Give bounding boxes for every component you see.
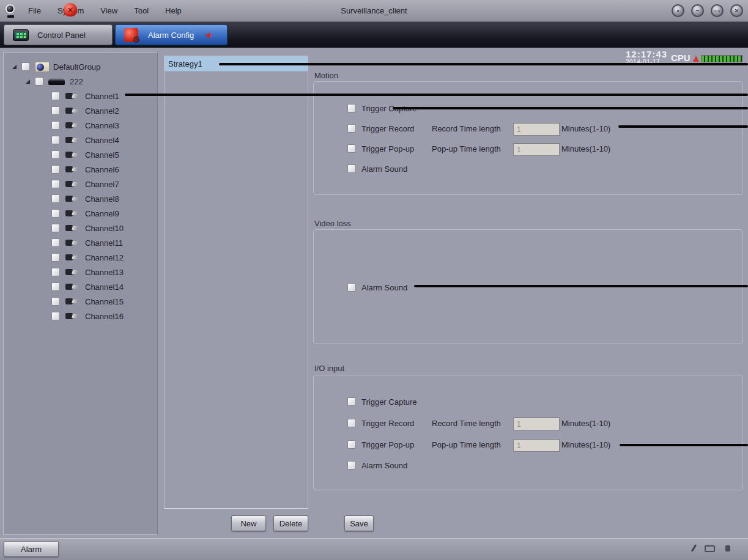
close-icon[interactable]: ✕ (730, 4, 743, 17)
channel-checkbox[interactable] (51, 136, 60, 144)
annotation-line-io-minutes (620, 444, 748, 446)
motion-popup-time-input[interactable] (513, 143, 560, 156)
channel-checkbox[interactable] (51, 224, 60, 232)
channel-checkbox[interactable] (51, 253, 60, 262)
video-loss-section-title: Video loss (314, 219, 351, 228)
device-label: 222 (70, 77, 83, 86)
io-record-time-input[interactable] (513, 418, 560, 430)
camera-icon (65, 239, 81, 246)
io-popup-time-input[interactable] (513, 439, 560, 452)
time-display: 12:17:43 (626, 49, 667, 59)
channel-label: Channel4 (85, 136, 119, 145)
channel-checkbox[interactable] (51, 238, 60, 247)
tree-channel-row[interactable]: Channel1 (51, 89, 119, 103)
channel-checkbox[interactable] (51, 121, 60, 130)
group-icon (35, 62, 50, 72)
control-panel-icon (13, 29, 29, 41)
channel-checkbox[interactable] (51, 180, 60, 188)
channel-label: Channel11 (85, 238, 123, 248)
channel-checkbox[interactable] (51, 194, 60, 203)
camera-icon (65, 195, 81, 202)
tree-group-row[interactable]: DefaultGroup (12, 59, 100, 74)
motion-trigger-popup-checkbox[interactable] (347, 144, 356, 153)
alarm-button[interactable]: Alarm (4, 541, 59, 557)
cpu-meter (693, 55, 742, 62)
tree-channel-row[interactable]: Channel7 (51, 177, 119, 191)
pin-window-icon[interactable]: ▪ (672, 4, 684, 17)
tree-channel-row[interactable]: Channel10 (51, 221, 124, 235)
channel-checkbox[interactable] (51, 150, 60, 159)
io-alarm-sound-label: Alarm Sound (361, 461, 407, 470)
tree-channel-row[interactable]: Channel16 (51, 309, 124, 323)
tree-channel-row[interactable]: Channel15 (51, 294, 124, 309)
channel-checkbox[interactable] (51, 282, 60, 291)
annotation-line-videoloss-alarm (414, 285, 748, 287)
alarm-icon: ✕ (64, 3, 77, 17)
channel-checkbox[interactable] (51, 106, 60, 115)
channel-checkbox[interactable] (51, 165, 60, 174)
new-button[interactable]: New (231, 515, 266, 531)
channel-label: Channel15 (85, 297, 124, 306)
io-trigger-capture-checkbox[interactable] (347, 397, 356, 406)
io-popup-minutes-hint: Minutes(1-10) (561, 440, 610, 449)
camera-icon (65, 298, 81, 305)
annotation-line-motion-minutes (618, 125, 748, 128)
save-button[interactable]: Save (344, 515, 374, 531)
channel-checkbox[interactable] (51, 297, 60, 306)
pin-icon[interactable] (725, 545, 730, 551)
tree-channel-row[interactable]: Channel6 (51, 162, 119, 177)
status-bar: Alarm (0, 538, 748, 560)
group-checkbox[interactable] (21, 62, 30, 71)
motion-trigger-record-checkbox[interactable] (347, 124, 356, 133)
menu-bar: File System View Tool Help Surveillance_… (0, 0, 748, 22)
motion-record-time-input[interactable] (513, 123, 560, 136)
tree-channel-row[interactable]: Channel13 (51, 265, 124, 279)
channel-checkbox[interactable] (51, 92, 60, 100)
monitor-icon[interactable] (705, 545, 715, 552)
tree-channel-row[interactable]: Channel2 (51, 103, 119, 118)
channel-label: Channel14 (85, 282, 124, 292)
expander-icon[interactable] (12, 65, 17, 69)
io-input-group-box: Trigger Capture Trigger Record Record Ti… (313, 375, 743, 490)
tree-channel-row[interactable]: Channel9 (51, 206, 119, 221)
motion-trigger-capture-checkbox[interactable] (347, 104, 356, 112)
tab-alarm-config-label: Alarm Config (148, 31, 194, 40)
channel-checkbox[interactable] (51, 312, 60, 320)
tree-channel-row[interactable]: Channel14 (51, 279, 124, 294)
tab-close-icon[interactable]: ◀ (205, 31, 210, 39)
device-icon (48, 78, 65, 85)
tree-channel-row[interactable]: Channel4 (51, 133, 119, 147)
window-title: Surveillance_client (0, 6, 748, 15)
channel-label: Channel1 (85, 92, 119, 101)
tree-channel-row[interactable]: Channel11 (51, 235, 123, 250)
device-tree-panel: DefaultGroup 222 Channel1Channel2Channel… (3, 52, 158, 535)
motion-trigger-record-label: Trigger Record (361, 124, 414, 133)
maximize-icon[interactable]: ▭ (711, 4, 724, 17)
device-checkbox[interactable] (35, 77, 43, 86)
tree-channel-row[interactable]: Channel5 (51, 147, 119, 162)
tree-channel-row[interactable]: Channel3 (51, 118, 119, 133)
io-trigger-record-checkbox[interactable] (347, 419, 356, 427)
tab-alarm-config[interactable]: ⚙ Alarm Config ◀ (115, 24, 228, 45)
motion-alarm-sound-checkbox[interactable] (347, 164, 356, 173)
camera-icon (65, 268, 81, 276)
video-loss-alarm-sound-checkbox[interactable] (347, 283, 356, 292)
minimize-icon[interactable]: − (691, 4, 704, 17)
camera-icon (65, 210, 81, 217)
motion-alarm-sound-label: Alarm Sound (361, 164, 407, 174)
channel-label: Channel10 (85, 224, 124, 233)
strategy-list-panel: Strategy1 (164, 56, 308, 509)
expander-icon[interactable] (26, 79, 30, 84)
camera-icon (65, 224, 81, 232)
tab-control-panel[interactable]: Control Panel (4, 24, 113, 45)
io-trigger-popup-checkbox[interactable] (347, 440, 356, 449)
channel-checkbox[interactable] (51, 268, 60, 276)
tree-channel-row[interactable]: Channel8 (51, 191, 119, 206)
motion-trigger-popup-label: Trigger Pop-up (361, 144, 414, 153)
io-alarm-sound-checkbox[interactable] (347, 461, 356, 470)
io-input-section-title: I/O input (314, 364, 344, 373)
delete-button[interactable]: Delete (273, 515, 308, 531)
channel-checkbox[interactable] (51, 209, 60, 218)
tree-device-row[interactable]: 222 (26, 74, 83, 89)
tree-channel-row[interactable]: Channel12 (51, 250, 124, 265)
